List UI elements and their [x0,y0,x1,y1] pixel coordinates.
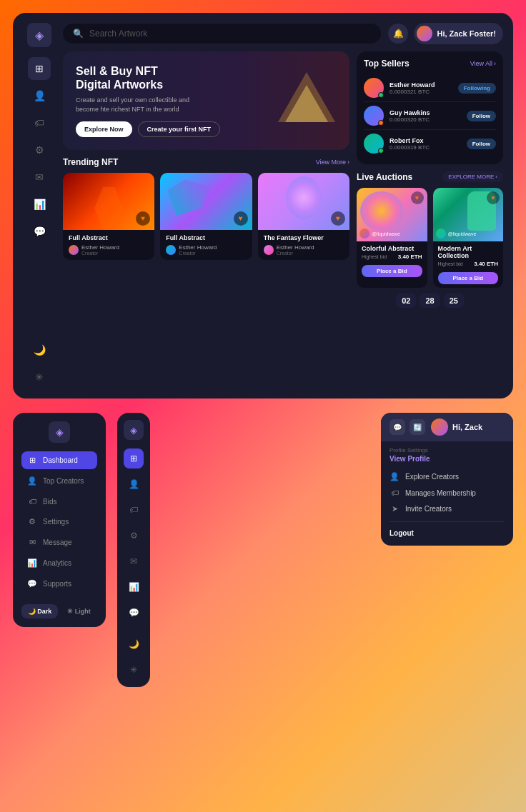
sc-icon-light[interactable]: ✳ [124,660,144,680]
nft-heart-3[interactable]: ♥ [331,211,345,226]
logout-button[interactable]: Logout [389,526,505,540]
sc-icon-message[interactable]: ✉ [124,551,144,571]
live-auctions-header: Live Auctions EXPLORE MORE › [357,171,503,182]
sidebar-icon-message[interactable]: ✉ [28,166,51,189]
nft-card-1[interactable]: ♥ Full Abstract Esther Howard Creator [63,173,154,260]
pd-body: Profile Settings View Profile 👤 Explore … [381,441,513,546]
nft-creator-3: Esther Howard Creator [264,244,344,256]
sc-icon-analytics[interactable]: 📊 [124,577,144,597]
nft-image-2: ♥ [160,173,252,230]
sidebar-icon-light[interactable]: ✳ [28,366,51,389]
pd-chat-icon[interactable]: 💬 [389,419,405,435]
main-content: 🔍 Search Artwork 🔔 Hi, Zack Foster! Sell… [63,23,503,389]
nft-heart-1[interactable]: ♥ [136,211,150,226]
sidebar-logo: ◈ [27,23,51,47]
se-item-dashboard[interactable]: ⊞ Dashboard [21,451,97,469]
pd-menu-label-3: Invite Creators [405,505,452,513]
sidebar-collapsed: ◈ ⊞ 👤 🏷 ⚙ ✉ 📊 💬 🌙 ✳ [117,413,150,687]
bids-icon: 🏷 [27,497,37,506]
trending-view-more[interactable]: View More › [316,159,349,166]
hero-text: Sell & Buy NFT Digital Artworks Create a… [76,64,337,137]
notification-icon[interactable]: 🔔 [388,24,408,44]
auction-image-1: ♥ @liquidwave [357,188,427,241]
follow-button-2[interactable]: Follow [467,111,496,121]
auction-heart-1[interactable]: ♥ [411,191,424,204]
hero-title: Sell & Buy NFT Digital Artworks [76,64,337,91]
se-item-dashboard-label: Dashboard [43,456,78,464]
sidebar-icon-supports[interactable]: 💬 [28,220,51,243]
sc-icon-creators[interactable]: 👤 [124,474,144,494]
se-item-supports[interactable]: 💬 Supports [21,575,97,593]
se-item-settings-label: Settings [43,518,69,526]
sc-icon-dashboard[interactable]: ⊞ [124,448,144,468]
explore-now-button[interactable]: Explore Now [76,121,132,137]
top-sellers-view-all[interactable]: View All › [470,60,496,67]
seller-dot-2 [378,120,384,126]
se-item-bids-label: Bids [43,498,56,506]
top-sellers-header: Top Sellers View All › [364,59,496,69]
place-bid-button-2[interactable]: Place a Bid [438,272,499,284]
se-item-message[interactable]: ✉ Message [21,533,97,551]
follow-button-3[interactable]: Follow [467,139,496,149]
se-item-creators[interactable]: 👤 Top Creators [21,472,97,490]
dashboard-icon: ⊞ [27,456,37,465]
explore-more-button[interactable]: EXPLORE MORE › [442,171,503,182]
seller-info-3: Robert Fox 0.0000319 BTC [389,137,461,151]
user-greeting[interactable]: Hi, Zack Foster! [414,23,503,44]
seller-info-1: Esther Howard 0.0000321 BTC [389,81,452,95]
pd-avatar [431,418,448,436]
auction-card-2[interactable]: ♥ @liquidwave Modern Art Collection High… [433,188,504,288]
pd-view-profile[interactable]: View Profile [389,455,505,463]
sidebar-icon-settings[interactable]: ⚙ [28,139,51,161]
search-bar[interactable]: 🔍 Search Artwork [63,24,381,44]
nft-name-1: Full Abstract [69,234,149,241]
nft-image-3: ♥ [258,173,349,230]
se-item-bids[interactable]: 🏷 Bids [21,493,97,510]
seller-info-2: Guy Hawkins 0.0000320 BTC [389,109,461,123]
left-col: Sell & Buy NFT Digital Artworks Create a… [63,51,349,389]
sidebar-icon-analytics[interactable]: 📊 [28,193,51,216]
bottom-section: ◈ ⊞ Dashboard 👤 Top Creators 🏷 Bids ⚙ Se… [13,413,513,687]
sc-icon-settings[interactable]: ⚙ [124,526,144,546]
seller-row-2: Guy Hawkins 0.0000320 BTC Follow [364,102,496,130]
create-nft-button[interactable]: Create your first NFT [138,121,221,137]
main-sidebar: ◈ ⊞ 👤 🏷 ⚙ ✉ 📊 💬 🌙 ✳ [23,23,56,389]
sidebar-icon-dashboard[interactable]: ⊞ [28,57,51,80]
dashboard-card: ◈ ⊞ 👤 🏷 ⚙ ✉ 📊 💬 🌙 ✳ 🔍 Search Artwork 🔔 H… [13,13,513,399]
nft-card-3[interactable]: ♥ The Fantasy Flower Esther Howard Creat… [258,173,349,260]
sidebar-expanded: ◈ ⊞ Dashboard 👤 Top Creators 🏷 Bids ⚙ Se… [13,413,106,627]
nft-heart-2[interactable]: ♥ [234,211,248,226]
sidebar-icon-creators[interactable]: 👤 [28,84,51,107]
manages-icon: 🏷 [389,488,400,497]
timer-hours: 02 [396,294,416,308]
pd-refresh-icon[interactable]: 🔄 [410,419,425,435]
place-bid-button-1[interactable]: Place a Bid [362,265,422,277]
seller-avatar-3 [364,134,384,154]
live-auctions-title: Live Auctions [357,172,412,182]
invite-icon: ➤ [389,504,400,513]
auction-grid: ♥ @liquidwave Colorful Abstract Highest … [357,188,503,288]
se-item-analytics-label: Analytics [43,559,71,567]
sidebar-icon-dark[interactable]: 🌙 [28,339,51,361]
nft-card-2[interactable]: ♥ Full Abstract Esther Howard Creator [160,173,252,260]
auction-card-1[interactable]: ♥ @liquidwave Colorful Abstract Highest … [357,188,427,288]
sc-icon-supports[interactable]: 💬 [124,603,144,623]
timer-minutes: 28 [420,294,440,308]
seller-dot-3 [378,148,384,154]
pd-menu-item-3[interactable]: ➤ Invite Creators [389,501,505,517]
follow-button-1[interactable]: Following [458,83,496,94]
supports-icon: 💬 [27,579,37,588]
pd-menu-item-1[interactable]: 👤 Explore Creators [389,468,505,485]
se-item-settings[interactable]: ⚙ Settings [21,513,97,531]
se-item-analytics[interactable]: 📊 Analytics [21,554,97,572]
light-mode-button[interactable]: ✳ Light [61,604,97,618]
seller-avatar-1 [364,78,384,98]
auction-image-2: ♥ @liquidwave [433,188,504,241]
auction-heart-2[interactable]: ♥ [487,191,500,204]
sidebar-icon-bids[interactable]: 🏷 [28,111,51,134]
pd-menu-item-2[interactable]: 🏷 Manages Membership [389,485,505,501]
dark-mode-button[interactable]: 🌙 Dark [21,604,58,618]
auction-name-2: Modern Art Collection [438,245,499,259]
sc-icon-dark[interactable]: 🌙 [124,634,144,654]
sc-icon-bids[interactable]: 🏷 [124,500,144,520]
